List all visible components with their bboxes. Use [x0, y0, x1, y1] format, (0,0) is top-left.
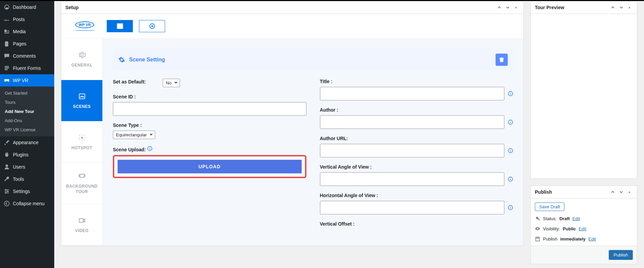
info-icon[interactable]	[508, 91, 513, 96]
vfov-input[interactable]	[320, 172, 505, 186]
svg-rect-8	[79, 175, 80, 177]
info-icon[interactable]	[508, 176, 513, 182]
menu-appearance-label: Appearance	[13, 140, 39, 145]
menu-fluent-forms[interactable]: Fluent Forms	[0, 62, 54, 74]
toggle-panel-button[interactable]	[512, 4, 519, 11]
wpvr-logo-text: WP VR	[75, 21, 94, 28]
vtab-video[interactable]: VIDEO	[61, 204, 102, 246]
menu-users[interactable]: Users	[0, 161, 54, 173]
move-down-button[interactable]	[504, 4, 511, 11]
menu-pages-label: Pages	[13, 41, 26, 46]
vtab-scenes-label: SCENES	[73, 104, 90, 109]
vtab-scenes[interactable]: SCENES	[61, 80, 102, 121]
tour-preview-title: Tour Preview	[535, 5, 564, 10]
delete-scene-button[interactable]	[496, 54, 508, 66]
move-up-button[interactable]	[609, 189, 616, 195]
tab-image-scene[interactable]	[107, 20, 133, 32]
submenu-addons[interactable]: Add-Ons	[0, 116, 54, 125]
svg-point-6	[81, 137, 83, 139]
menu-plugins[interactable]: Plugins	[0, 149, 54, 161]
publish-button[interactable]: Publish	[609, 250, 633, 260]
move-up-button[interactable]	[496, 4, 503, 11]
brush-icon	[3, 139, 10, 146]
tour-preview-area	[531, 14, 637, 178]
comment-icon	[3, 53, 10, 59]
menu-wp-vr-label: WP VR	[13, 78, 28, 83]
menu-tools-label: Tools	[13, 176, 24, 182]
toggle-panel-button[interactable]	[626, 4, 633, 11]
status-edit-link[interactable]: Edit	[572, 216, 580, 221]
publish-value: immediately	[560, 236, 586, 242]
menu-collapse[interactable]: Collapse menu	[0, 197, 54, 210]
hfov-label: Horizontal Angle of View :	[320, 193, 514, 198]
upload-button[interactable]: UPLOAD	[118, 160, 302, 173]
info-icon[interactable]	[508, 119, 513, 125]
scene-type-value: Equirectangular	[116, 132, 147, 137]
info-icon[interactable]	[508, 148, 513, 153]
svg-point-3	[4, 201, 9, 206]
publish-panel-title: Publish	[535, 189, 552, 195]
move-up-button[interactable]	[609, 4, 616, 11]
move-down-button[interactable]	[618, 189, 625, 195]
set-default-select[interactable]: No	[163, 79, 180, 87]
tab-add-scene[interactable]	[139, 20, 165, 32]
scene-type-select[interactable]: Equirectangular	[113, 131, 155, 139]
menu-collapse-label: Collapse menu	[13, 201, 44, 206]
submenu-tours[interactable]: Tours	[0, 98, 54, 107]
status-label: Status:	[543, 216, 557, 221]
submenu-license[interactable]: WP VR License	[0, 125, 54, 134]
title-input[interactable]	[320, 87, 505, 100]
vr-icon	[3, 77, 10, 84]
menu-pages[interactable]: Pages	[0, 38, 54, 50]
hfov-input[interactable]	[320, 201, 505, 214]
submenu-add-new-tour[interactable]: Add New Tour	[0, 107, 54, 116]
toggle-panel-button[interactable]	[626, 189, 633, 195]
menu-dashboard[interactable]: Dashboard	[0, 1, 54, 13]
menu-posts-label: Posts	[13, 17, 25, 22]
vtab-hotspot-label: HOTSPOT	[72, 146, 93, 150]
info-icon[interactable]	[147, 147, 153, 152]
sliders-icon	[3, 188, 10, 195]
admin-sidebar: Dashboard Posts Media Pages Comments Flu…	[0, 1, 54, 268]
vtab-bgtour[interactable]: BACKGROUND TOUR	[61, 163, 102, 204]
menu-posts[interactable]: Posts	[0, 13, 54, 25]
menu-users-label: Users	[13, 164, 25, 170]
vtab-general-label: GENERAL	[71, 63, 92, 68]
menu-media[interactable]: Media	[0, 25, 54, 38]
svg-point-0	[5, 189, 7, 191]
menu-tools[interactable]: Tools	[0, 173, 54, 185]
publish-panel: Publish Save Draft Status: Draft Edit	[530, 186, 637, 264]
author-label: Author :	[320, 107, 514, 113]
menu-settings[interactable]: Settings	[0, 185, 54, 197]
scene-setting-title: Scene Setting	[129, 57, 165, 63]
menu-fluent-forms-label: Fluent Forms	[13, 65, 41, 71]
author-input[interactable]	[320, 115, 505, 129]
gear-icon	[118, 56, 125, 63]
vtab-general[interactable]: GENERAL	[61, 39, 102, 80]
publish-edit-link[interactable]: Edit	[588, 236, 596, 242]
svg-point-2	[5, 192, 7, 194]
vtab-hotspot[interactable]: HOTSPOT	[61, 121, 102, 163]
visibility-edit-link[interactable]: Edit	[579, 226, 586, 231]
vtab-video-label: VIDEO	[75, 228, 89, 233]
menu-comments[interactable]: Comments	[0, 50, 54, 62]
tour-preview-panel: Tour Preview	[530, 1, 637, 179]
wpvr-logo: WP VR	[69, 21, 100, 31]
menu-appearance[interactable]: Appearance	[0, 136, 54, 149]
visibility-label: Visibility:	[543, 226, 560, 231]
move-down-button[interactable]	[618, 4, 625, 11]
save-draft-button[interactable]: Save Draft	[535, 203, 564, 211]
scene-id-input[interactable]	[113, 102, 306, 116]
info-icon[interactable]	[508, 205, 513, 210]
author-url-input[interactable]	[320, 144, 505, 157]
title-label: Title :	[320, 79, 514, 84]
key-icon	[535, 216, 540, 221]
submenu-get-started[interactable]: Get Started	[0, 89, 54, 98]
vfov-label: Vertical Angle of View :	[320, 164, 514, 170]
setup-title: Setup	[65, 5, 79, 10]
plug-icon	[3, 151, 10, 158]
submenu-wp-vr: Get Started Tours Add New Tour Add-Ons W…	[0, 87, 54, 136]
menu-wp-vr[interactable]: WP VR	[0, 74, 54, 87]
visibility-value: Public	[563, 226, 576, 231]
media-icon	[3, 28, 10, 35]
